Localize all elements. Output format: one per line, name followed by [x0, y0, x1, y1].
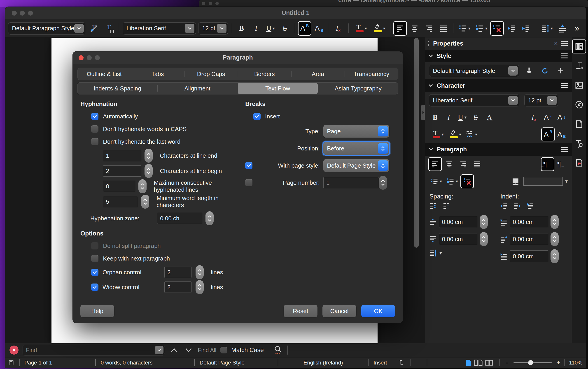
zoom-slider-thumb[interactable]: [528, 360, 533, 365]
chars-line-end-stepper[interactable]: [145, 149, 153, 163]
paragraph-section-header[interactable]: Paragraph: [425, 143, 572, 156]
hyphenation-zone-stepper[interactable]: [206, 211, 214, 225]
orphan-lines-stepper[interactable]: [196, 265, 204, 279]
subscript-button[interactable]: AB: [556, 128, 568, 141]
chevron-down-icon[interactable]: [217, 24, 227, 33]
indent-before-stepper[interactable]: [550, 215, 559, 229]
find-all-label[interactable]: Find All: [198, 347, 216, 353]
tab-tabs[interactable]: Tabs: [131, 68, 185, 80]
decrease-indent-button[interactable]: [505, 22, 517, 35]
superscript-button[interactable]: AB: [298, 22, 311, 35]
superscript-button[interactable]: AB: [542, 128, 554, 141]
match-case-checkbox[interactable]: [220, 347, 227, 353]
language-status[interactable]: English (Ireland): [304, 357, 343, 368]
chevron-down-icon[interactable]: ▾: [551, 26, 553, 31]
ltr-direction-button[interactable]: ¶→: [542, 158, 554, 170]
chevron-down-icon[interactable]: [508, 96, 518, 105]
break-position-select[interactable]: Before: [323, 142, 389, 155]
font-size-combo[interactable]: 12 pt: [198, 22, 228, 34]
selection-mode-icon[interactable]: [398, 357, 404, 368]
word-count-status[interactable]: 0 words, 0 characters: [101, 357, 152, 368]
highlight-color-button[interactable]: ▾: [446, 128, 462, 141]
align-right-button[interactable]: [457, 158, 469, 170]
save-status-button[interactable]: [8, 357, 15, 368]
decrease-font-size-button[interactable]: A↓: [556, 111, 568, 124]
deck-tab-page[interactable]: [573, 118, 586, 130]
shadow-button[interactable]: A: [483, 111, 495, 124]
zoom-out-button[interactable]: -: [506, 357, 508, 368]
find-previous-button[interactable]: [169, 348, 179, 352]
min-word-length-field[interactable]: 5: [103, 196, 138, 207]
rtl-direction-button[interactable]: ¶←: [556, 158, 568, 170]
page-style-select[interactable]: Default Page Style: [323, 159, 389, 172]
deck-tab-styles[interactable]: [573, 60, 586, 72]
tab-borders[interactable]: Borders: [238, 68, 291, 80]
italic-button[interactable]: I: [250, 22, 262, 35]
chevron-down-icon[interactable]: ▾: [273, 26, 275, 31]
ordered-list-button[interactable]: ▾: [474, 22, 489, 35]
chevron-down-icon[interactable]: [155, 346, 164, 354]
chars-line-begin-stepper[interactable]: [145, 164, 153, 178]
drag-handle-icon[interactable]: [428, 40, 430, 47]
justify-button[interactable]: [437, 22, 450, 35]
bold-button[interactable]: B: [235, 22, 248, 35]
align-center-button[interactable]: [443, 158, 455, 170]
tab-indents-spacing[interactable]: Indents & Spacing: [77, 82, 158, 94]
find-and-replace-button[interactable]: [272, 346, 284, 354]
sidebar-font-size-combo[interactable]: 12 pt: [524, 94, 558, 107]
font-color-button[interactable]: T▾: [429, 128, 445, 141]
font-color-button[interactable]: T ▾: [352, 22, 368, 35]
sidebar-style-combo[interactable]: Default Paragraph Style: [429, 65, 519, 77]
help-button[interactable]: Help: [80, 305, 114, 317]
update-style-button[interactable]: [523, 64, 535, 77]
vertical-scrollbar[interactable]: [413, 38, 419, 343]
unordered-list-button[interactable]: ▾: [429, 175, 443, 188]
align-right-button[interactable]: [423, 22, 435, 35]
increase-indent-button[interactable]: [520, 22, 532, 35]
italic-button[interactable]: I: [442, 111, 455, 124]
cancel-button[interactable]: Cancel: [323, 305, 356, 317]
chevron-down-icon[interactable]: [185, 24, 194, 33]
tab-drop-caps[interactable]: Drop Caps: [184, 68, 238, 80]
hanging-indent-icon[interactable]: [526, 202, 534, 209]
chars-line-end-field[interactable]: 1: [103, 150, 141, 161]
clear-formatting-button[interactable]: Ix: [333, 22, 345, 35]
strikethrough-button[interactable]: S: [470, 111, 482, 124]
page-number-checkbox[interactable]: [245, 179, 252, 186]
decrease-spacing-icon[interactable]: [442, 202, 450, 209]
chevron-down-icon[interactable]: ▾: [383, 26, 385, 31]
chevron-down-icon[interactable]: ▾: [468, 26, 470, 31]
widow-lines-field[interactable]: 2: [164, 281, 191, 293]
max-hyphen-lines-stepper[interactable]: [138, 179, 147, 193]
chars-line-begin-field[interactable]: 2: [103, 165, 141, 177]
tab-area[interactable]: Area: [291, 68, 345, 80]
insert-mode-status[interactable]: Insert: [374, 357, 387, 368]
spacing-above-stepper[interactable]: [480, 215, 488, 229]
multi-page-view-icon[interactable]: [474, 359, 483, 366]
orphan-lines-field[interactable]: 2: [164, 267, 191, 278]
page-style-status[interactable]: Default Page Style: [200, 357, 244, 368]
chevron-down-icon[interactable]: ▾: [365, 26, 367, 31]
character-spacing-button[interactable]: ▾: [464, 128, 479, 141]
chevron-down-icon[interactable]: ▾: [464, 115, 466, 120]
increase-font-size-button[interactable]: A↑: [542, 111, 554, 124]
deck-tab-style-inspector[interactable]: [573, 137, 586, 150]
indent-first-line-stepper[interactable]: [550, 249, 559, 263]
indent-after-stepper[interactable]: [550, 232, 559, 246]
subscript-button[interactable]: AB: [313, 22, 325, 35]
clear-formatting-button[interactable]: Ix: [528, 111, 541, 124]
insert-break-checkbox[interactable]: [253, 113, 261, 120]
no-last-word-checkbox[interactable]: [91, 138, 98, 145]
min-word-length-stepper[interactable]: [141, 195, 149, 209]
sidebar-font-combo[interactable]: Liberation Serif: [429, 94, 519, 107]
ordered-list-button[interactable]: ▾: [445, 175, 459, 188]
no-caps-checkbox[interactable]: [91, 125, 98, 133]
find-combo[interactable]: [22, 345, 165, 356]
justify-button[interactable]: [471, 158, 483, 170]
background-color-swatch[interactable]: [524, 177, 563, 186]
chevron-down-icon[interactable]: ▾: [440, 250, 442, 256]
find-next-button[interactable]: [183, 348, 194, 352]
chevron-down-icon[interactable]: ▾: [485, 26, 487, 31]
chevron-down-icon[interactable]: [508, 66, 518, 76]
underline-button[interactable]: U▾: [264, 22, 277, 35]
